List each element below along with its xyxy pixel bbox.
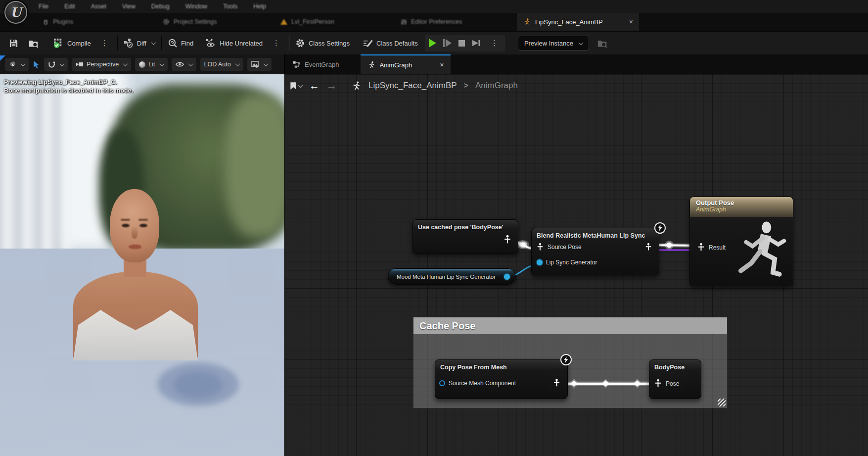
animbp-runner-icon [523,18,531,26]
tab-eventgraph[interactable]: EventGraph [285,54,347,74]
pose-pin-icon [552,378,561,388]
lit-dropdown[interactable]: Lit [135,58,167,71]
pin-copy-pose-output[interactable] [552,378,561,388]
class-settings-button[interactable]: Class Settings [295,38,350,48]
browse-dim-icon [597,39,608,48]
compile-icon [53,38,64,49]
background-building [0,89,72,260]
screenshot-dropdown[interactable] [247,58,272,71]
node-copy-pose-title: Copy Pose From Mesh [435,360,567,373]
hide-unrelated-icon [205,38,216,48]
tab-editor-preferences[interactable]: Editor Preferences [401,13,462,31]
menu-window[interactable]: Window [185,3,207,10]
menu-asset[interactable]: Asset [91,3,106,10]
pin-blend-output[interactable] [644,243,652,252]
browse-preview-button[interactable] [597,39,608,48]
diff-button[interactable]: Diff [124,38,155,48]
pin-cached-pose-output[interactable] [503,235,512,245]
menu-debug[interactable]: Debug [151,3,170,10]
rotate-icon [48,61,55,68]
menu-view[interactable]: View [122,3,136,10]
preview-instance-chevron-icon [578,40,583,45]
node-use-cached-pose-title: Use cached pose 'BodyPose' [413,220,518,233]
pin-source-pose[interactable]: Source Pose [536,243,582,252]
show-flags-dropdown[interactable] [172,58,196,71]
compile-options-kebab-icon[interactable]: ⋮ [98,39,111,48]
preview-instance-dropdown[interactable]: Preview Instance [518,36,589,51]
tab-animgraph[interactable]: AnimGraph × [361,54,451,74]
screenshot-chevron-icon [263,61,268,66]
viewport-3d-view[interactable]: Previewing LipSync_Face_AnimBP_C. Bone m… [0,74,284,456]
node-output-subtitle: AnimGraph [696,206,787,213]
bookmark-button[interactable] [290,82,302,90]
play-controls: ⋮ [425,35,505,51]
viewport-options-button[interactable] [5,58,29,71]
tab-close-icon[interactable]: × [629,18,633,26]
mannequin-figure [731,220,791,284]
tab-lvl-firstperson-label: Lvl_FirstPerson [291,18,334,25]
diff-label: Diff [137,40,146,47]
eject-icon[interactable] [472,39,481,47]
node-use-cached-pose[interactable]: Use cached pose 'BodyPose' [412,219,518,254]
diff-chevron-icon [151,40,156,45]
pin-source-mesh-component[interactable]: Source Mesh Component [439,380,516,387]
viewport-focus-corner [0,55,5,61]
comment-resize-handle[interactable] [718,399,726,406]
nav-forward-icon[interactable]: → [326,80,337,92]
plugin-icon [43,19,49,25]
pin-mood-output[interactable] [504,274,510,280]
find-button[interactable]: Find [168,38,193,48]
play-icon[interactable] [429,39,436,48]
perspective-dropdown[interactable]: Perspective [72,58,131,71]
class-defaults-label: Class Defaults [376,40,418,47]
eventgraph-icon [293,61,301,68]
hide-unrelated-button[interactable]: Hide Unrelated [205,38,263,48]
node-mood-generator-variable[interactable]: Mood Meta Human Lip Sync Generator [388,268,516,285]
tab-animgraph-close-icon[interactable]: × [440,61,444,69]
tab-plugins[interactable]: Plugins [43,13,73,31]
nav-back-icon[interactable]: ← [309,80,320,92]
lod-dropdown[interactable]: LOD Auto [200,58,243,71]
browse-asset-button[interactable] [28,39,39,48]
browse-folder-icon [28,39,39,48]
comment-title-bar[interactable]: Cache Pose [413,317,727,334]
pin-lip-sync-generator[interactable]: Lip Sync Generator [537,259,597,266]
unreal-logo-glyph: U [10,5,22,20]
main-area: Perspective Lit LOD Auto [0,54,868,456]
animgraph-runner-icon [367,61,375,69]
preview-instance-label: Preview Instance [524,40,573,47]
menu-tools[interactable]: Tools [223,3,237,10]
step-forward-icon[interactable] [443,39,452,47]
node-copy-pose-from-mesh[interactable]: Copy Pose From Mesh Source Mesh Componen… [435,359,568,399]
save-button[interactable] [9,39,18,48]
rotate-tool-button[interactable] [44,58,68,71]
menu-edit[interactable]: Edit [64,3,75,10]
lit-sphere-icon [139,61,145,68]
animgraph-canvas[interactable]: ← → LipSync_Face_AnimBP > AnimGraph Cach… [285,74,868,456]
select-cursor-icon[interactable] [33,60,40,69]
character-eye-right [139,224,147,227]
character-mouth [129,245,141,249]
menu-help[interactable]: Help [253,3,266,10]
breadcrumb-root[interactable]: LipSync_Face_AnimBP [368,81,457,91]
menu-file[interactable]: File [39,3,48,10]
pin-result[interactable]: Result [697,243,726,252]
viewport-toolbar: Perspective Lit LOD Auto [0,54,284,74]
graph-options-kebab-icon[interactable]: ⋮ [270,39,283,48]
pin-pose-input[interactable]: Pose [654,379,679,388]
node-blend-lip-sync[interactable]: Blend Realistic MetaHuman Lip Sync Sourc… [531,228,659,275]
class-defaults-icon [363,39,373,48]
unreal-logo: U [4,1,27,24]
tab-lvl-firstperson[interactable]: Lvl_FirstPerson [280,13,334,31]
play-options-kebab-icon[interactable]: ⋮ [488,39,501,48]
tab-lipsync-face-animbp[interactable]: LipSync_Face_AnimBP × [517,13,639,31]
tab-project-settings[interactable]: Project Settings [163,13,217,31]
diff-icon [124,38,134,48]
compile-button[interactable]: Compile [53,38,91,49]
class-defaults-button[interactable]: Class Defaults [363,39,418,48]
object-pin-hollow-icon [439,380,445,386]
node-bodypose-cache[interactable]: BodyPose Pose [649,359,701,399]
stop-icon[interactable] [458,40,465,47]
asset-toolbar: Compile ⋮ Diff Find [0,31,868,54]
node-output-pose[interactable]: Output Pose AnimGraph [689,197,793,286]
